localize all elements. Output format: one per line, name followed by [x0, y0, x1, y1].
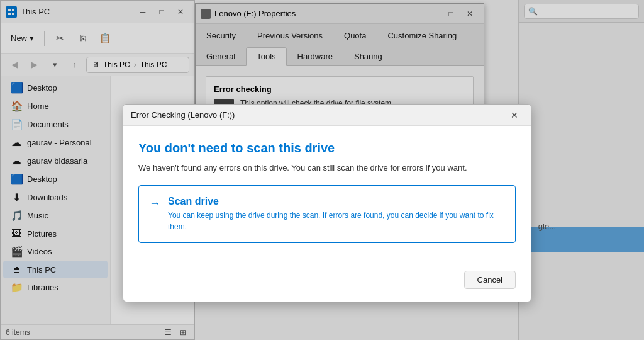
- scan-drive-arrow: →: [149, 197, 160, 210]
- scan-drive-desc: You can keep using the drive during the …: [168, 210, 505, 232]
- scan-drive-content: Scan drive You can keep using the drive …: [168, 196, 505, 232]
- error-dialog-close-button[interactable]: ✕: [506, 106, 523, 124]
- error-checking-dialog: Error Checking (Lenovo (F:)) ✕ You don't…: [123, 104, 531, 302]
- error-dialog-body: You don't need to scan this drive We hav…: [123, 126, 531, 271]
- scan-drive-box[interactable]: → Scan drive You can keep using the driv…: [138, 185, 516, 243]
- error-dialog-footer: Cancel: [123, 271, 531, 302]
- error-dialog-title: Error Checking (Lenovo (F:)): [131, 110, 235, 120]
- scan-drive-title: Scan drive: [168, 196, 505, 207]
- error-dialog-heading: You don't need to scan this drive: [138, 141, 516, 156]
- error-dialog-description: We haven't found any errors on this driv…: [138, 163, 516, 173]
- cancel-button[interactable]: Cancel: [464, 271, 516, 289]
- error-dialog-titlebar: Error Checking (Lenovo (F:)) ✕: [123, 105, 531, 126]
